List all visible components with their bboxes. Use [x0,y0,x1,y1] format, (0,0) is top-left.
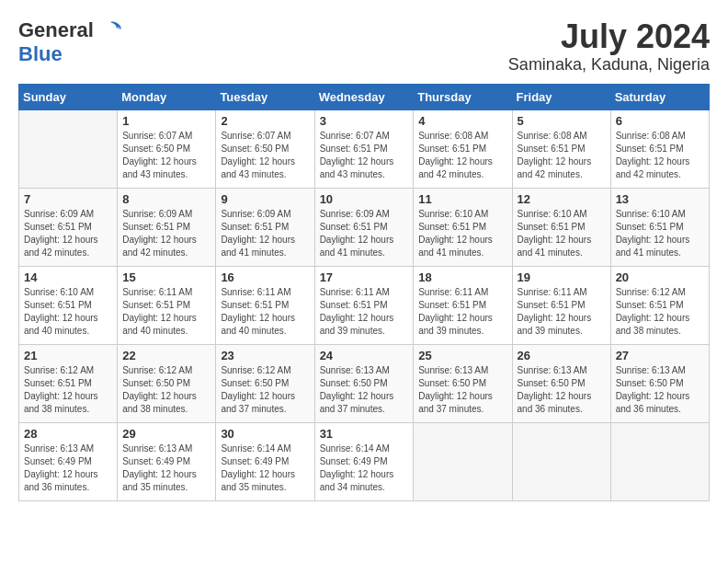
calendar-day-cell: 29Sunrise: 6:13 AM Sunset: 6:49 PM Dayli… [118,422,216,500]
day-number: 7 [24,192,112,206]
day-info: Sunrise: 6:13 AM Sunset: 6:50 PM Dayligh… [418,364,506,416]
day-info: Sunrise: 6:13 AM Sunset: 6:50 PM Dayligh… [320,364,409,416]
day-info: Sunrise: 6:08 AM Sunset: 6:51 PM Dayligh… [418,130,506,181]
calendar-day-cell: 30Sunrise: 6:14 AM Sunset: 6:49 PM Dayli… [216,422,314,500]
day-info: Sunrise: 6:07 AM Sunset: 6:50 PM Dayligh… [221,130,309,181]
calendar-day-cell: 16Sunrise: 6:11 AM Sunset: 6:51 PM Dayli… [216,266,314,344]
day-info: Sunrise: 6:12 AM Sunset: 6:50 PM Dayligh… [221,364,309,416]
day-info: Sunrise: 6:07 AM Sunset: 6:50 PM Dayligh… [122,130,210,181]
calendar-day-cell: 19Sunrise: 6:11 AM Sunset: 6:51 PM Dayli… [512,266,610,344]
day-of-week-header: Monday [118,84,216,109]
day-number: 12 [518,192,606,206]
day-number: 14 [24,270,112,284]
calendar-day-cell [610,422,709,500]
calendar-day-cell: 25Sunrise: 6:13 AM Sunset: 6:50 PM Dayli… [414,344,512,422]
day-number: 8 [122,192,210,206]
calendar-day-cell: 12Sunrise: 6:10 AM Sunset: 6:51 PM Dayli… [512,188,610,266]
calendar-week-row: 14Sunrise: 6:10 AM Sunset: 6:51 PM Dayli… [19,266,710,344]
day-number: 9 [221,192,309,206]
calendar-day-cell: 28Sunrise: 6:13 AM Sunset: 6:49 PM Dayli… [19,422,118,500]
logo-blue-text: Blue [18,42,63,65]
day-number: 21 [24,349,112,362]
day-number: 30 [221,427,309,441]
calendar-day-cell: 11Sunrise: 6:10 AM Sunset: 6:51 PM Dayli… [414,188,512,266]
day-info: Sunrise: 6:10 AM Sunset: 6:51 PM Dayligh… [518,208,606,259]
calendar-week-row: 7Sunrise: 6:09 AM Sunset: 6:51 PM Daylig… [19,188,710,266]
calendar-title: July 2024 [508,18,710,55]
calendar-week-row: 28Sunrise: 6:13 AM Sunset: 6:49 PM Dayli… [19,422,710,500]
calendar-day-cell [19,109,118,188]
day-number: 20 [616,270,704,284]
logo: General Blue [18,18,123,66]
calendar-day-cell: 6Sunrise: 6:08 AM Sunset: 6:51 PM Daylig… [610,109,709,188]
day-of-week-header: Tuesday [216,84,314,109]
calendar-day-cell: 2Sunrise: 6:07 AM Sunset: 6:50 PM Daylig… [216,109,314,188]
calendar-day-cell: 24Sunrise: 6:13 AM Sunset: 6:50 PM Dayli… [314,344,414,422]
day-number: 19 [518,270,606,284]
day-info: Sunrise: 6:13 AM Sunset: 6:49 PM Dayligh… [122,442,210,494]
day-info: Sunrise: 6:09 AM Sunset: 6:51 PM Dayligh… [221,208,309,259]
day-info: Sunrise: 6:13 AM Sunset: 6:49 PM Dayligh… [24,442,112,494]
page-header: General Blue July 2024 Saminaka, Kaduna,… [18,18,710,75]
day-number: 3 [320,114,409,128]
calendar-week-row: 21Sunrise: 6:12 AM Sunset: 6:51 PM Dayli… [19,344,710,422]
calendar-day-cell: 22Sunrise: 6:12 AM Sunset: 6:50 PM Dayli… [118,344,216,422]
calendar-day-cell: 3Sunrise: 6:07 AM Sunset: 6:51 PM Daylig… [314,109,414,188]
day-number: 22 [122,349,210,362]
calendar-day-cell: 9Sunrise: 6:09 AM Sunset: 6:51 PM Daylig… [216,188,314,266]
day-number: 29 [122,427,210,441]
day-of-week-header: Saturday [610,84,709,109]
day-info: Sunrise: 6:10 AM Sunset: 6:51 PM Dayligh… [24,286,112,338]
calendar-day-cell: 18Sunrise: 6:11 AM Sunset: 6:51 PM Dayli… [414,266,512,344]
day-info: Sunrise: 6:10 AM Sunset: 6:51 PM Dayligh… [616,208,704,259]
day-info: Sunrise: 6:12 AM Sunset: 6:51 PM Dayligh… [616,286,704,338]
day-info: Sunrise: 6:14 AM Sunset: 6:49 PM Dayligh… [221,442,309,494]
calendar-day-cell: 10Sunrise: 6:09 AM Sunset: 6:51 PM Dayli… [314,188,414,266]
calendar-day-cell: 17Sunrise: 6:11 AM Sunset: 6:51 PM Dayli… [314,266,414,344]
day-info: Sunrise: 6:10 AM Sunset: 6:51 PM Dayligh… [418,208,506,259]
day-number: 2 [221,114,309,128]
day-info: Sunrise: 6:12 AM Sunset: 6:51 PM Dayligh… [24,364,112,416]
calendar-day-cell: 26Sunrise: 6:13 AM Sunset: 6:50 PM Dayli… [512,344,610,422]
day-info: Sunrise: 6:08 AM Sunset: 6:51 PM Dayligh… [616,130,704,181]
day-info: Sunrise: 6:13 AM Sunset: 6:50 PM Dayligh… [616,364,704,416]
day-number: 18 [418,270,506,284]
day-info: Sunrise: 6:12 AM Sunset: 6:50 PM Dayligh… [122,364,210,416]
day-number: 6 [616,114,704,128]
calendar-day-cell [512,422,610,500]
day-number: 10 [320,192,409,206]
calendar-day-cell: 14Sunrise: 6:10 AM Sunset: 6:51 PM Dayli… [19,266,118,344]
day-info: Sunrise: 6:09 AM Sunset: 6:51 PM Dayligh… [122,208,210,259]
calendar-day-cell: 1Sunrise: 6:07 AM Sunset: 6:50 PM Daylig… [118,109,216,188]
day-of-week-header: Wednesday [314,84,414,109]
day-number: 24 [320,349,409,362]
calendar-table: SundayMondayTuesdayWednesdayThursdayFrid… [18,84,710,501]
calendar-day-cell: 8Sunrise: 6:09 AM Sunset: 6:51 PM Daylig… [118,188,216,266]
day-number: 16 [221,270,309,284]
day-info: Sunrise: 6:13 AM Sunset: 6:50 PM Dayligh… [518,364,606,416]
calendar-day-cell: 27Sunrise: 6:13 AM Sunset: 6:50 PM Dayli… [610,344,709,422]
day-number: 27 [616,349,704,362]
calendar-day-cell [414,422,512,500]
day-of-week-header: Sunday [19,84,118,109]
day-number: 31 [320,427,409,441]
calendar-day-cell: 13Sunrise: 6:10 AM Sunset: 6:51 PM Dayli… [610,188,709,266]
day-info: Sunrise: 6:11 AM Sunset: 6:51 PM Dayligh… [418,286,506,338]
day-number: 26 [518,349,606,362]
calendar-day-cell: 20Sunrise: 6:12 AM Sunset: 6:51 PM Dayli… [610,266,709,344]
day-number: 25 [418,349,506,362]
calendar-day-cell: 23Sunrise: 6:12 AM Sunset: 6:50 PM Dayli… [216,344,314,422]
calendar-day-cell: 4Sunrise: 6:08 AM Sunset: 6:51 PM Daylig… [414,109,512,188]
day-of-week-header: Friday [512,84,610,109]
calendar-header-row: SundayMondayTuesdayWednesdayThursdayFrid… [19,84,710,109]
calendar-subtitle: Saminaka, Kaduna, Nigeria [508,55,710,75]
calendar-day-cell: 15Sunrise: 6:11 AM Sunset: 6:51 PM Dayli… [118,266,216,344]
calendar-day-cell: 5Sunrise: 6:08 AM Sunset: 6:51 PM Daylig… [512,109,610,188]
day-number: 4 [418,114,506,128]
day-number: 1 [122,114,210,128]
day-info: Sunrise: 6:11 AM Sunset: 6:51 PM Dayligh… [221,286,309,338]
calendar-day-cell: 7Sunrise: 6:09 AM Sunset: 6:51 PM Daylig… [19,188,118,266]
day-info: Sunrise: 6:11 AM Sunset: 6:51 PM Dayligh… [518,286,606,338]
logo-general-text: General [18,18,94,42]
day-info: Sunrise: 6:09 AM Sunset: 6:51 PM Dayligh… [24,208,112,259]
